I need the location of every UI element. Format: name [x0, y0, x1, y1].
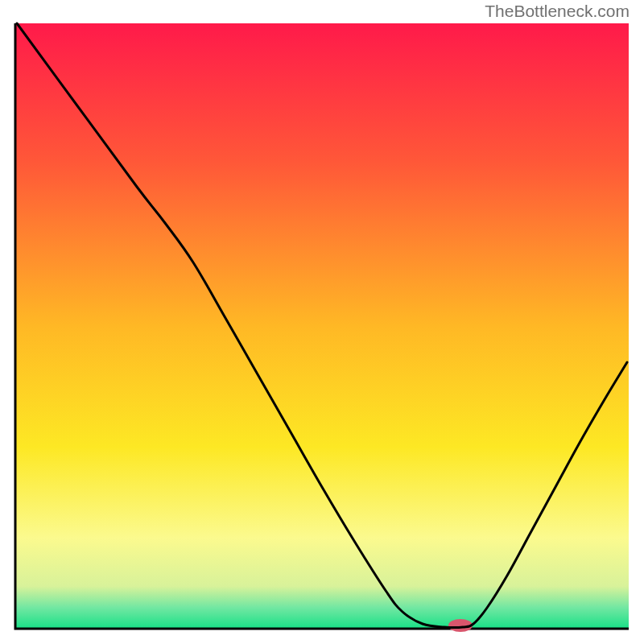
chart-container: TheBottleneck.com [0, 0, 644, 644]
chart-background [15, 23, 629, 629]
watermark-text: TheBottleneck.com [485, 2, 630, 21]
bottleneck-chart [0, 0, 644, 644]
